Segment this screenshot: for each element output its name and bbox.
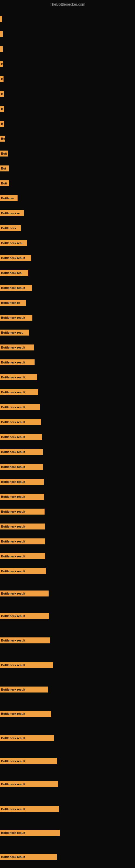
- bar-item-2: [0, 31, 3, 37]
- bar-rect-10: Bott: [0, 151, 8, 156]
- bar-item-26: Bottleneck result: [0, 389, 38, 395]
- bar-label-27: Bottleneck result: [1, 405, 25, 409]
- bar-item-41: Bottleneck result: [0, 638, 50, 643]
- bar-rect-9: Bo: [0, 135, 5, 142]
- bar-label-21: Bottleneck result: [1, 316, 25, 319]
- bar-label-8: B: [1, 122, 3, 125]
- bar-label-41: Bottleneck result: [1, 639, 25, 642]
- bar-rect-50: Bottleneck result: [0, 854, 57, 860]
- bar-rect-42: Bottleneck result: [0, 662, 53, 668]
- bar-rect-12: Bott: [0, 180, 9, 186]
- bar-item-43: Bottleneck result: [0, 686, 48, 692]
- bar-label-42: Bottleneck result: [1, 663, 25, 667]
- bar-rect-35: Bottleneck result: [0, 524, 45, 529]
- bar-rect-5: B: [0, 76, 3, 82]
- bar-rect-24: Bottleneck result: [0, 360, 35, 365]
- bar-label-45: Bottleneck result: [1, 737, 25, 740]
- bar-label-11: Bot: [1, 167, 6, 170]
- bar-rect-30: Bottleneck result: [0, 449, 43, 455]
- bar-rect-49: Bottleneck result: [0, 830, 60, 836]
- bar-rect-47: Bottleneck result: [0, 781, 58, 787]
- bar-label-23: Bottleneck result: [1, 346, 25, 349]
- bar-item-6: B: [0, 91, 4, 97]
- bar-label-7: B: [1, 107, 3, 111]
- bar-label-40: Bottleneck result: [1, 614, 25, 618]
- bar-rect-38: Bottleneck result: [0, 568, 46, 574]
- bar-label-36: Bottleneck result: [1, 540, 25, 543]
- bar-item-17: Bottleneck result: [0, 255, 31, 261]
- bar-item-40: Bottleneck result: [0, 613, 49, 619]
- bar-rect-33: Bottleneck result: [0, 494, 44, 500]
- bar-label-24: Bottleneck result: [1, 361, 25, 364]
- bar-item-46: Bottleneck result: [0, 758, 57, 764]
- bar-rect-13: Bottlenec: [0, 195, 17, 201]
- bar-item-13: Bottlenec: [0, 195, 17, 201]
- bar-rect-32: Bottleneck result: [0, 479, 44, 485]
- bar-rect-17: Bottleneck result: [0, 255, 31, 261]
- bar-item-49: Bottleneck result: [0, 830, 60, 836]
- bar-item-39: Bottleneck result: [0, 590, 49, 596]
- bar-item-21: Bottleneck result: [0, 315, 32, 321]
- bar-rect-19: Bottleneck result: [0, 285, 32, 291]
- bar-item-1: [0, 16, 2, 22]
- bar-rect-4: B: [0, 61, 3, 67]
- bar-item-24: Bottleneck result: [0, 360, 35, 365]
- bar-label-13: Bottlenec: [1, 197, 14, 200]
- bar-item-35: Bottleneck result: [0, 524, 45, 529]
- bar-rect-14: Bottleneck re: [0, 210, 24, 216]
- bar-item-27: Bottleneck result: [0, 404, 40, 410]
- bar-rect-40: Bottleneck result: [0, 613, 49, 619]
- bar-item-11: Bot: [0, 165, 9, 172]
- bar-rect-41: Bottleneck result: [0, 638, 50, 643]
- bar-label-39: Bottleneck result: [1, 592, 25, 595]
- bar-rect-18: Bottleneck res: [0, 270, 28, 276]
- bar-item-50: Bottleneck result: [0, 854, 57, 860]
- bar-label-19: Bottleneck result: [1, 286, 25, 289]
- bar-label-33: Bottleneck result: [1, 495, 25, 498]
- bar-rect-3: [0, 46, 3, 52]
- bar-label-31: Bottleneck result: [1, 465, 25, 468]
- bar-item-42: Bottleneck result: [0, 662, 53, 668]
- bar-label-4: B: [1, 62, 3, 66]
- bar-rect-44: Bottleneck result: [0, 711, 51, 717]
- bar-item-44: Bottleneck result: [0, 711, 51, 717]
- bar-label-47: Bottleneck result: [1, 782, 25, 786]
- bar-rect-11: Bot: [0, 165, 9, 172]
- bar-item-15: Bottleneck: [0, 225, 21, 231]
- bar-rect-45: Bottleneck result: [0, 735, 54, 741]
- bar-rect-15: Bottleneck: [0, 225, 21, 231]
- bar-rect-29: Bottleneck result: [0, 434, 42, 440]
- bar-item-30: Bottleneck result: [0, 449, 43, 455]
- bar-item-37: Bottleneck result: [0, 553, 45, 559]
- bar-rect-20: Bottleneck re: [0, 300, 26, 306]
- bar-rect-26: Bottleneck result: [0, 389, 38, 395]
- bar-label-43: Bottleneck result: [1, 688, 25, 691]
- bar-label-50: Bottleneck result: [1, 855, 25, 859]
- bar-rect-25: Bottleneck result: [0, 374, 37, 380]
- bar-item-16: Bottleneck resu: [0, 240, 27, 246]
- bar-item-36: Bottleneck result: [0, 538, 45, 545]
- bar-item-9: Bo: [0, 135, 5, 142]
- bar-item-7: B: [0, 106, 4, 112]
- bar-rect-23: Bottleneck result: [0, 344, 34, 350]
- bar-rect-22: Bottleneck resu: [0, 330, 29, 336]
- bar-label-6: B: [1, 92, 3, 95]
- bar-item-33: Bottleneck result: [0, 494, 44, 500]
- bar-rect-36: Bottleneck result: [0, 538, 45, 545]
- bar-label-44: Bottleneck result: [1, 712, 25, 715]
- bar-item-4: B: [0, 61, 3, 67]
- bar-item-47: Bottleneck result: [0, 781, 58, 787]
- bar-label-25: Bottleneck result: [1, 376, 25, 379]
- bar-label-30: Bottleneck result: [1, 450, 25, 454]
- bar-label-14: Bottleneck re: [1, 212, 20, 215]
- site-title: TheBottlenecker.com: [0, 0, 135, 8]
- bar-item-25: Bottleneck result: [0, 374, 37, 380]
- bar-item-31: Bottleneck result: [0, 464, 43, 470]
- bar-rect-34: Bottleneck result: [0, 508, 45, 515]
- bar-item-20: Bottleneck re: [0, 300, 26, 306]
- bar-item-18: Bottleneck res: [0, 270, 28, 276]
- bar-rect-48: Bottleneck result: [0, 806, 59, 812]
- bar-label-29: Bottleneck result: [1, 435, 25, 439]
- bar-rect-28: Bottleneck result: [0, 419, 41, 425]
- bar-item-8: B: [0, 121, 4, 127]
